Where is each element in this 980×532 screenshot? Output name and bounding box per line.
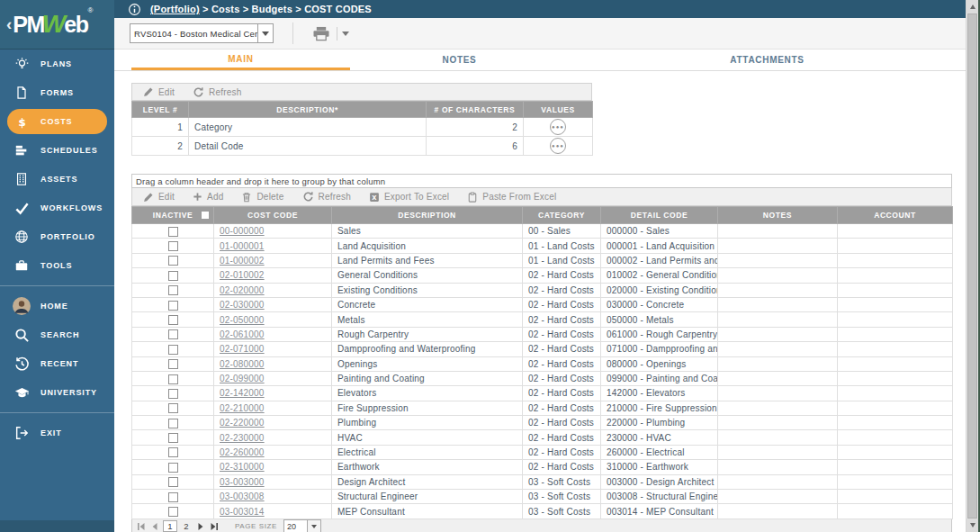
cost-code-link[interactable]: 02-030000	[220, 300, 265, 310]
cost-code-link[interactable]: 02-010002	[220, 270, 265, 280]
inactive-checkbox[interactable]	[168, 447, 178, 457]
arrow-down-icon	[970, 523, 976, 527]
inactive-checkbox[interactable]	[168, 285, 178, 295]
chevron-down-icon[interactable]	[307, 520, 320, 532]
sidebar-item-plans[interactable]: PLANS	[0, 50, 114, 78]
edit-button[interactable]: Edit	[143, 86, 175, 97]
cost-code-link[interactable]: 01-000002	[220, 256, 265, 266]
sidebar-item-exit[interactable]: EXIT	[0, 419, 114, 447]
sidebar-item-home[interactable]: HOME	[0, 292, 114, 320]
column-header-description[interactable]: DESCRIPTION*	[189, 102, 427, 118]
project-select[interactable]: RVS0104 - Boston Medical Center	[130, 23, 274, 43]
sidebar-item-assets[interactable]: ASSETS	[0, 165, 114, 194]
cost-code-link[interactable]: 02-099000	[220, 374, 265, 383]
inactive-checkbox[interactable]	[168, 315, 178, 325]
scroll-up-button[interactable]	[967, 0, 978, 14]
vertical-scrollbar[interactable]	[966, 0, 978, 532]
inactive-checkbox[interactable]	[168, 227, 178, 237]
export-to-excel-button[interactable]: X Export To Excel	[369, 192, 449, 203]
sidebar-item-portfolio[interactable]: PORTFOLIO	[0, 222, 114, 251]
sidebar-item-search[interactable]: SEARCH	[0, 320, 114, 349]
cost-code-link[interactable]: 03-003000	[220, 477, 265, 487]
cost-code-link[interactable]: 02-230000	[220, 433, 265, 443]
info-icon[interactable]	[128, 3, 141, 16]
breadcrumb-portfolio-link[interactable]: (Portfolio)	[150, 4, 200, 14]
tab-notes[interactable]: NOTES	[350, 50, 569, 70]
inactive-checkbox[interactable]	[168, 507, 178, 517]
sidebar-item-university[interactable]: UNIVERSITY	[0, 378, 114, 407]
inactive-checkbox[interactable]	[168, 374, 178, 384]
sidebar-item-recent[interactable]: RECENT	[0, 349, 114, 378]
cost-code-link[interactable]: 02-020000	[220, 285, 265, 295]
sidebar-item-workflows[interactable]: WORKFLOWS	[0, 194, 114, 222]
pager-page-2[interactable]: 2	[180, 521, 193, 531]
sidebar-item-costs[interactable]: $ COSTS	[7, 109, 107, 134]
column-header-inactive[interactable]: INACTIVE	[132, 207, 214, 224]
delete-button[interactable]: Delete	[241, 192, 283, 203]
column-header-characters[interactable]: # OF CHARACTERS	[427, 102, 524, 118]
first-page-button[interactable]	[136, 521, 147, 532]
scroll-down-button[interactable]	[967, 518, 978, 532]
cost-code-link[interactable]: 02-142000	[220, 388, 265, 398]
inactive-checkbox[interactable]	[168, 433, 178, 443]
cost-code-link[interactable]: 03-003008	[220, 491, 265, 501]
tab-attachments[interactable]: ATTACHMENTS	[569, 50, 966, 70]
inactive-checkbox[interactable]	[168, 271, 178, 281]
pencil-icon	[143, 86, 154, 97]
inactive-checkbox[interactable]	[168, 463, 178, 473]
column-header-detail-code[interactable]: DETAIL CODE	[601, 207, 718, 224]
inactive-checkbox[interactable]	[168, 389, 178, 399]
column-header-notes[interactable]: NOTES	[718, 207, 838, 224]
values-ellipsis-button[interactable]: ●●●	[550, 138, 566, 154]
column-header-level[interactable]: LEVEL #	[132, 102, 189, 118]
cost-code-link[interactable]: 03-003014	[220, 507, 265, 517]
page-size-select[interactable]: 20	[283, 519, 321, 532]
group-by-bar[interactable]: Drag a column header and drop it here to…	[131, 174, 952, 188]
select-all-checkbox[interactable]	[202, 212, 209, 219]
cost-code-link[interactable]: 01-000001	[220, 241, 265, 251]
values-ellipsis-button[interactable]: ●●●	[550, 119, 566, 135]
column-header-description[interactable]: DESCRIPTION	[332, 207, 523, 224]
cost-code-link[interactable]: 02-260000	[220, 447, 265, 457]
column-header-cost-code[interactable]: COST CODE	[214, 207, 332, 224]
scrollbar-thumb[interactable]	[967, 14, 977, 518]
column-header-category[interactable]: CATEGORY	[523, 207, 601, 224]
paste-from-excel-button[interactable]: Paste From Excel	[467, 192, 556, 203]
previous-page-button[interactable]	[149, 521, 160, 532]
sidebar-item-forms[interactable]: FORMS	[0, 78, 114, 107]
column-header-account[interactable]: ACCOUNT	[838, 207, 953, 224]
pmweb-logo[interactable]: ‹PMWeb®	[0, 0, 114, 50]
cost-code-link[interactable]: 02-080000	[220, 359, 265, 369]
sidebar-item-tools[interactable]: TOOLS	[0, 251, 114, 280]
refresh-button[interactable]: Refresh	[302, 191, 351, 203]
next-page-button[interactable]	[195, 521, 206, 532]
cost-code-link[interactable]: 02-310000	[220, 462, 265, 472]
sidebar-item-schedules[interactable]: SCHEDULES	[0, 136, 114, 165]
inactive-checkbox[interactable]	[168, 403, 178, 413]
print-button[interactable]	[312, 26, 349, 41]
inactive-checkbox[interactable]	[168, 241, 178, 251]
edit-button[interactable]: Edit	[143, 192, 175, 203]
tab-main[interactable]: MAIN	[131, 50, 350, 70]
inactive-checkbox[interactable]	[168, 301, 178, 311]
inactive-checkbox[interactable]	[168, 256, 178, 266]
cost-code-link[interactable]: 02-220000	[220, 418, 265, 428]
inactive-checkbox[interactable]	[168, 329, 178, 339]
inactive-checkbox[interactable]	[168, 419, 178, 428]
chevron-down-icon[interactable]	[257, 24, 273, 42]
print-options-caret-icon[interactable]	[342, 32, 349, 36]
cost-code-link[interactable]: 02-050000	[220, 315, 265, 325]
last-page-button[interactable]	[209, 521, 220, 532]
add-button[interactable]: Add	[193, 192, 223, 202]
inactive-checkbox[interactable]	[168, 492, 178, 502]
cost-code-link[interactable]: 02-071000	[220, 344, 265, 354]
cost-code-link[interactable]: 02-210000	[220, 403, 265, 413]
refresh-button[interactable]: Refresh	[193, 86, 241, 98]
cost-code-link[interactable]: 00-000000	[220, 226, 265, 236]
inactive-checkbox[interactable]	[168, 345, 178, 355]
cost-code-link[interactable]: 02-061000	[220, 329, 265, 339]
inactive-checkbox[interactable]	[168, 359, 178, 369]
column-header-values[interactable]: VALUES	[524, 102, 593, 118]
inactive-checkbox[interactable]	[168, 477, 178, 487]
pager-page-1[interactable]: 1	[163, 520, 177, 532]
